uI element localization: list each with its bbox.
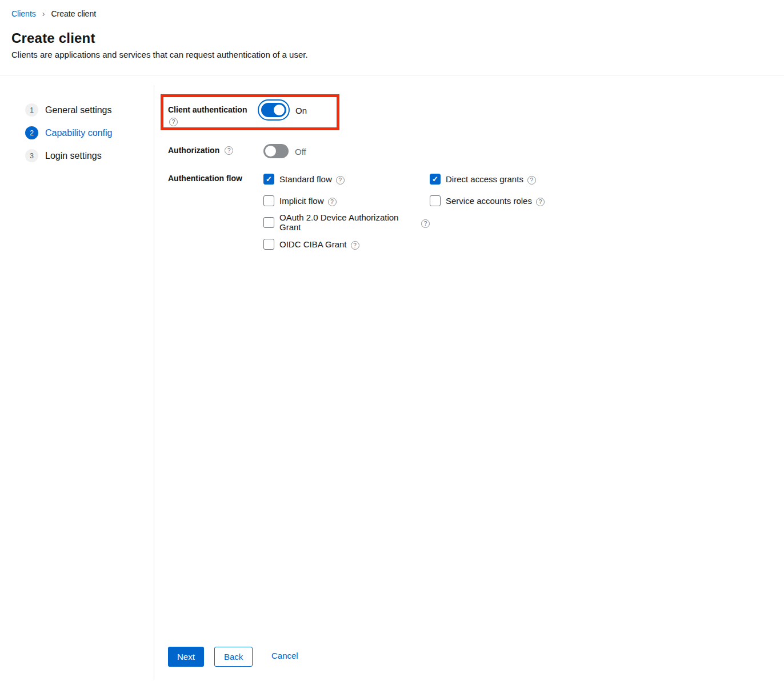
option-label: Direct access grants <box>446 174 523 184</box>
option-label: Service accounts roles <box>446 196 532 206</box>
breadcrumb-link-clients[interactable]: Clients <box>11 9 36 18</box>
oauth-device-grant-checkbox[interactable]: ✓ <box>263 217 274 228</box>
direct-access-grants-checkbox[interactable]: ✓ <box>430 174 441 185</box>
help-icon[interactable]: ? <box>527 176 536 185</box>
step-number-badge: 3 <box>25 149 38 162</box>
step-label: General settings <box>45 105 112 115</box>
authentication-flow-options: ✓ Standard flow ? ✓ Direct access grants… <box>263 173 545 250</box>
wizard-step-login-settings[interactable]: 3 Login settings <box>25 149 112 162</box>
authorization-state: Off <box>295 147 306 157</box>
option-oauth-device-grant[interactable]: ✓ OAuth 2.0 Device Authorization Grant ? <box>263 217 430 228</box>
client-authentication-toggle[interactable] <box>261 103 286 117</box>
option-oidc-ciba-grant[interactable]: ✓ OIDC CIBA Grant ? <box>263 238 430 250</box>
breadcrumb-separator-icon: › <box>42 10 45 18</box>
option-direct-access-grants[interactable]: ✓ Direct access grants ? <box>430 173 545 185</box>
help-icon[interactable]: ? <box>169 118 178 126</box>
breadcrumb-current: Create client <box>51 9 96 18</box>
option-label: OIDC CIBA Grant <box>279 239 347 249</box>
implicit-flow-checkbox[interactable]: ✓ <box>263 195 274 206</box>
wizard-step-general-settings[interactable]: 1 General settings <box>25 103 112 117</box>
option-label: OAuth 2.0 Device Authorization Grant <box>279 213 417 232</box>
authorization-toggle[interactable] <box>263 144 289 158</box>
toggle-knob <box>274 105 285 115</box>
help-icon[interactable]: ? <box>421 219 430 228</box>
help-icon[interactable]: ? <box>336 176 345 185</box>
check-icon: ✓ <box>432 175 438 183</box>
header-divider <box>0 75 784 75</box>
authentication-flow-label: Authentication flow <box>168 174 242 183</box>
option-label: Implicit flow <box>279 196 324 206</box>
step-number-badge: 1 <box>25 103 38 117</box>
toggle-knob <box>265 146 276 157</box>
service-accounts-roles-checkbox[interactable]: ✓ <box>430 195 441 206</box>
oidc-ciba-grant-checkbox[interactable]: ✓ <box>263 239 274 250</box>
step-number-badge: 2 <box>25 126 38 139</box>
back-button[interactable]: Back <box>214 647 253 667</box>
option-service-accounts-roles[interactable]: ✓ Service accounts roles ? <box>430 195 545 206</box>
page-subtitle: Clients are applications and services th… <box>11 50 308 59</box>
page-title: Create client <box>11 30 95 46</box>
client-authentication-label: Client authentication <box>168 105 247 114</box>
option-standard-flow[interactable]: ✓ Standard flow ? <box>263 173 430 185</box>
option-implicit-flow[interactable]: ✓ Implicit flow ? <box>263 195 430 206</box>
wizard-step-capability-config[interactable]: 2 Capability config <box>25 126 112 139</box>
content-divider <box>154 85 154 680</box>
cancel-button[interactable]: Cancel <box>271 651 298 660</box>
check-icon: ✓ <box>266 175 272 183</box>
help-icon[interactable]: ? <box>328 198 337 206</box>
toggle-focus-ring <box>258 99 290 121</box>
authorization-label: Authorization <box>168 146 219 155</box>
standard-flow-checkbox[interactable]: ✓ <box>263 174 274 185</box>
client-authentication-state: On <box>295 106 307 115</box>
next-button[interactable]: Next <box>168 647 204 667</box>
step-label: Login settings <box>45 151 102 161</box>
breadcrumb: Clients › Create client <box>11 9 96 18</box>
help-icon[interactable]: ? <box>225 146 233 155</box>
step-label: Capability config <box>45 128 112 138</box>
help-icon[interactable]: ? <box>351 241 359 250</box>
option-label: Standard flow <box>279 174 332 184</box>
help-icon[interactable]: ? <box>536 198 545 206</box>
wizard-nav: 1 General settings 2 Capability config 3… <box>25 103 112 172</box>
